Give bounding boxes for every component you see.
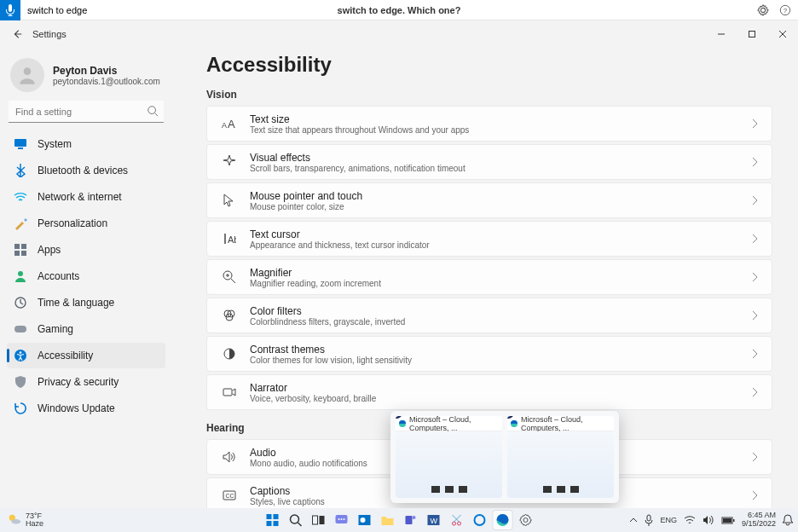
svg-point-5 [148, 107, 156, 114]
back-button[interactable] [3, 20, 31, 48]
chevron-right-icon [751, 234, 758, 244]
svg-rect-38 [274, 514, 279, 519]
sidebar-item-label: Personalization [38, 217, 107, 229]
taskbar-explorer[interactable] [379, 511, 397, 529]
preview-tile-1[interactable]: 1 Microsoft – Cloud, Computers, ... [396, 416, 502, 498]
svg-rect-39 [267, 521, 272, 526]
close-button[interactable] [767, 20, 798, 48]
svg-rect-37 [267, 514, 272, 519]
svg-point-52 [413, 516, 416, 519]
card-text-cursor[interactable]: Ab Text cursorAppearance and thickness, … [206, 221, 772, 257]
tray-volume-icon[interactable] [703, 515, 714, 525]
taskbar-settings-app[interactable] [517, 511, 535, 529]
taskbar-snip[interactable] [448, 511, 466, 529]
taskbar-outlook[interactable] [356, 511, 374, 529]
svg-rect-62 [723, 518, 732, 523]
help-icon[interactable]: ? [778, 3, 793, 18]
taskbar-taskview[interactable] [309, 511, 328, 529]
person-icon [16, 64, 38, 86]
svg-point-4 [24, 67, 32, 75]
card-mouse-pointer[interactable]: Mouse pointer and touchMouse pointer col… [206, 182, 772, 218]
chevron-up-icon[interactable] [629, 517, 638, 523]
minimize-button[interactable] [706, 20, 737, 48]
card-title: Narrator [250, 382, 751, 394]
taskbar-weather[interactable]: 73°FHaze [0, 512, 43, 528]
chevron-right-icon [751, 490, 758, 500]
chevron-right-icon [751, 310, 758, 321]
card-title: Text size [250, 113, 751, 125]
tray-battery-icon[interactable] [721, 517, 735, 524]
profile-block[interactable]: Peyton Davis peytondavis.1@outlook.com [7, 53, 165, 101]
sidebar-item-time[interactable]: Time & language [7, 290, 165, 315]
taskbar-chat[interactable] [332, 511, 351, 529]
gaming-icon [14, 322, 27, 336]
card-title: Magnifier [250, 267, 751, 279]
card-sub: Magnifier reading, zoom increment [250, 279, 751, 288]
card-title: Text cursor [250, 228, 751, 240]
edge-icon [399, 419, 406, 428]
card-title: Contrast themes [250, 344, 751, 356]
svg-rect-40 [274, 521, 279, 526]
tray-notifications-icon[interactable] [783, 514, 793, 526]
svg-rect-8 [18, 147, 23, 149]
sidebar-item-privacy[interactable]: Privacy & security [7, 369, 165, 395]
sidebar: Peyton Davis peytondavis.1@outlook.com S… [0, 48, 172, 508]
sidebar-item-label: Accessibility [38, 350, 93, 361]
svg-point-46 [338, 518, 340, 520]
card-color-filters[interactable]: Color filtersColorblindness filters, gra… [206, 298, 772, 333]
sidebar-item-bluetooth[interactable]: Bluetooth & devices [7, 158, 165, 183]
sidebar-item-system[interactable]: System [7, 131, 165, 157]
sidebar-item-apps[interactable]: Apps [7, 237, 165, 263]
sidebar-item-accounts[interactable]: Accounts [7, 263, 165, 289]
cursor-icon [221, 194, 238, 207]
chevron-right-icon [751, 157, 758, 167]
sidebar-item-label: Privacy & security [38, 376, 119, 388]
taskbar-cortana[interactable] [471, 511, 489, 529]
settings-gear-icon[interactable] [755, 3, 771, 18]
page-title: Accessibility [206, 53, 772, 77]
tray-mic-icon[interactable] [645, 514, 653, 526]
card-sub: Color themes for low vision, light sensi… [250, 356, 751, 365]
system-icon [14, 137, 27, 151]
preview-title: Microsoft – Cloud, Computers, ... [409, 416, 499, 432]
cortana-response: switch to edge. Which one? [338, 5, 461, 15]
svg-rect-11 [14, 251, 20, 256]
preview-thumbnail [396, 431, 502, 498]
preview-title: Microsoft – Cloud, Computers, ... [521, 416, 610, 432]
sidebar-item-network[interactable]: Network & internet [7, 184, 165, 210]
taskbar-search[interactable] [286, 511, 305, 529]
captions-icon: CC [221, 490, 238, 500]
card-contrast-themes[interactable]: Contrast themesColor themes for low visi… [206, 336, 772, 372]
update-icon [14, 402, 27, 415]
card-title: Visual effects [250, 152, 751, 164]
svg-rect-15 [14, 326, 26, 332]
start-button[interactable] [263, 511, 282, 529]
chevron-right-icon [751, 452, 758, 462]
taskbar-word[interactable]: W [425, 511, 443, 529]
taskbar-teams[interactable] [402, 511, 420, 529]
tray-wifi-icon[interactable] [684, 516, 696, 525]
card-text-size[interactable]: AA Text sizeText size that appears throu… [206, 106, 772, 142]
mic-button[interactable] [0, 0, 20, 20]
paint-icon [14, 217, 27, 230]
card-magnifier[interactable]: MagnifierMagnifier reading, zoom increme… [206, 259, 772, 295]
svg-rect-9 [14, 244, 20, 249]
avatar [10, 58, 44, 92]
cortana-input[interactable] [20, 5, 259, 15]
search-input[interactable] [9, 101, 164, 123]
tray-language[interactable]: ENG [660, 516, 677, 524]
tray-clock[interactable]: 6:45 AM9/15/2022 [742, 512, 776, 529]
magnifier-icon [221, 270, 238, 284]
preview-tile-2[interactable]: 2 Microsoft – Cloud, Computers, ... [507, 416, 614, 498]
sidebar-item-accessibility[interactable]: Accessibility [7, 343, 165, 368]
maximize-button[interactable] [737, 20, 767, 48]
bluetooth-icon [14, 164, 27, 177]
taskbar-edge[interactable] [494, 511, 512, 529]
card-visual-effects[interactable]: Visual effectsScroll bars, transparency,… [206, 144, 772, 180]
sidebar-item-gaming[interactable]: Gaming [7, 316, 165, 342]
chevron-right-icon [751, 195, 758, 205]
sidebar-item-windows-update[interactable]: Windows Update [7, 396, 165, 421]
sidebar-item-label: Bluetooth & devices [38, 165, 128, 176]
card-narrator[interactable]: NarratorVoice, verbosity, keyboard, brai… [206, 374, 772, 410]
sidebar-item-personalization[interactable]: Personalization [7, 211, 165, 236]
